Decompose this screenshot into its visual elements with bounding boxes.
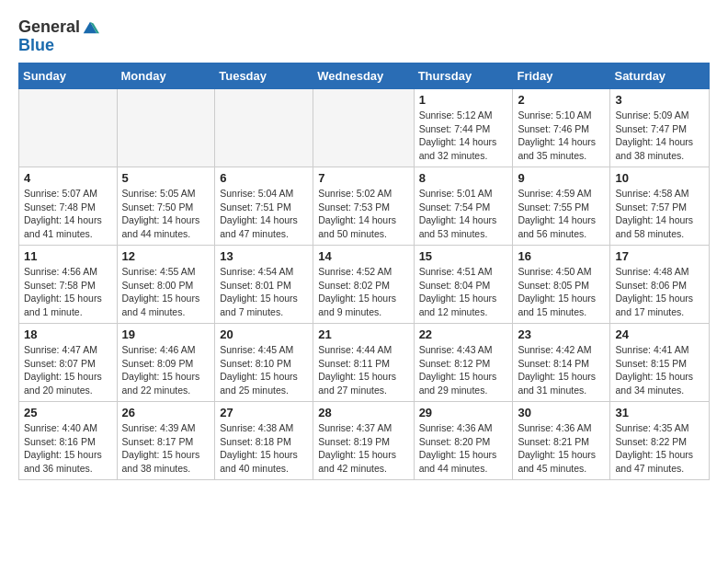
day-cell: 15Sunrise: 4:51 AM Sunset: 8:04 PM Dayli… xyxy=(414,246,513,324)
day-cell: 21Sunrise: 4:44 AM Sunset: 8:11 PM Dayli… xyxy=(313,324,414,402)
day-info: Sunrise: 4:37 AM Sunset: 8:19 PM Dayligh… xyxy=(318,421,408,476)
day-number: 12 xyxy=(122,249,210,263)
day-number: 22 xyxy=(419,327,508,341)
col-header-thursday: Thursday xyxy=(414,63,513,89)
day-number: 11 xyxy=(24,249,112,263)
day-info: Sunrise: 4:38 AM Sunset: 8:18 PM Dayligh… xyxy=(220,421,308,476)
col-header-monday: Monday xyxy=(117,63,215,89)
day-cell: 27Sunrise: 4:38 AM Sunset: 8:18 PM Dayli… xyxy=(215,402,313,480)
day-info: Sunrise: 4:52 AM Sunset: 8:02 PM Dayligh… xyxy=(318,265,408,319)
day-info: Sunrise: 4:59 AM Sunset: 7:55 PM Dayligh… xyxy=(518,187,605,241)
day-info: Sunrise: 4:43 AM Sunset: 8:12 PM Dayligh… xyxy=(419,343,508,397)
day-cell: 13Sunrise: 4:54 AM Sunset: 8:01 PM Dayli… xyxy=(215,246,313,324)
logo-general: General xyxy=(18,17,80,36)
day-number: 8 xyxy=(419,171,508,185)
day-cell: 8Sunrise: 5:01 AM Sunset: 7:54 PM Daylig… xyxy=(414,167,513,246)
day-cell: 18Sunrise: 4:47 AM Sunset: 8:07 PM Dayli… xyxy=(19,324,118,402)
day-number: 1 xyxy=(419,93,508,107)
day-cell: 4Sunrise: 5:07 AM Sunset: 7:48 PM Daylig… xyxy=(19,167,118,246)
day-number: 7 xyxy=(318,171,408,185)
day-cell xyxy=(117,89,215,167)
day-info: Sunrise: 4:55 AM Sunset: 8:00 PM Dayligh… xyxy=(122,265,210,319)
day-info: Sunrise: 4:54 AM Sunset: 8:01 PM Dayligh… xyxy=(220,265,308,319)
col-header-friday: Friday xyxy=(513,63,610,89)
day-info: Sunrise: 4:39 AM Sunset: 8:17 PM Dayligh… xyxy=(122,421,210,476)
header: GeneralBlue xyxy=(18,18,710,55)
day-cell: 31Sunrise: 4:35 AM Sunset: 8:22 PM Dayli… xyxy=(610,402,710,480)
day-cell: 16Sunrise: 4:50 AM Sunset: 8:05 PM Dayli… xyxy=(513,246,610,324)
day-info: Sunrise: 4:46 AM Sunset: 8:09 PM Dayligh… xyxy=(122,343,210,397)
day-number: 26 xyxy=(122,406,210,419)
day-info: Sunrise: 5:12 AM Sunset: 7:44 PM Dayligh… xyxy=(419,109,508,163)
day-cell: 6Sunrise: 5:04 AM Sunset: 7:51 PM Daylig… xyxy=(215,167,313,246)
logo: GeneralBlue xyxy=(18,18,99,55)
day-cell: 29Sunrise: 4:36 AM Sunset: 8:20 PM Dayli… xyxy=(414,402,513,480)
day-info: Sunrise: 4:44 AM Sunset: 8:11 PM Dayligh… xyxy=(318,343,408,397)
day-number: 3 xyxy=(615,93,704,107)
day-info: Sunrise: 5:07 AM Sunset: 7:48 PM Dayligh… xyxy=(24,187,112,241)
logo-triangle-icon xyxy=(81,18,99,37)
day-cell xyxy=(313,89,414,167)
day-number: 25 xyxy=(24,406,112,419)
day-info: Sunrise: 4:47 AM Sunset: 8:07 PM Dayligh… xyxy=(24,343,112,397)
day-number: 31 xyxy=(615,406,704,419)
day-number: 17 xyxy=(615,249,704,263)
day-number: 9 xyxy=(518,171,605,185)
day-cell: 1Sunrise: 5:12 AM Sunset: 7:44 PM Daylig… xyxy=(414,89,513,167)
day-number: 10 xyxy=(615,171,704,185)
day-number: 19 xyxy=(122,327,210,341)
col-header-tuesday: Tuesday xyxy=(215,63,313,89)
day-cell: 5Sunrise: 5:05 AM Sunset: 7:50 PM Daylig… xyxy=(117,167,215,246)
day-cell: 23Sunrise: 4:42 AM Sunset: 8:14 PM Dayli… xyxy=(513,324,610,402)
day-cell: 22Sunrise: 4:43 AM Sunset: 8:12 PM Dayli… xyxy=(414,324,513,402)
day-number: 2 xyxy=(518,93,605,107)
week-row-3: 11Sunrise: 4:56 AM Sunset: 7:58 PM Dayli… xyxy=(19,246,710,324)
day-info: Sunrise: 5:09 AM Sunset: 7:47 PM Dayligh… xyxy=(615,109,704,163)
day-info: Sunrise: 4:51 AM Sunset: 8:04 PM Dayligh… xyxy=(419,265,508,319)
week-row-4: 18Sunrise: 4:47 AM Sunset: 8:07 PM Dayli… xyxy=(19,324,710,402)
day-cell: 24Sunrise: 4:41 AM Sunset: 8:15 PM Dayli… xyxy=(610,324,710,402)
day-cell: 28Sunrise: 4:37 AM Sunset: 8:19 PM Dayli… xyxy=(313,402,414,480)
day-info: Sunrise: 4:36 AM Sunset: 8:21 PM Dayligh… xyxy=(518,421,605,476)
day-info: Sunrise: 4:42 AM Sunset: 8:14 PM Dayligh… xyxy=(518,343,605,397)
day-number: 16 xyxy=(518,249,605,263)
day-info: Sunrise: 4:48 AM Sunset: 8:06 PM Dayligh… xyxy=(615,265,704,319)
day-cell: 26Sunrise: 4:39 AM Sunset: 8:17 PM Dayli… xyxy=(117,402,215,480)
day-info: Sunrise: 4:41 AM Sunset: 8:15 PM Dayligh… xyxy=(615,343,704,397)
week-row-1: 1Sunrise: 5:12 AM Sunset: 7:44 PM Daylig… xyxy=(19,89,710,167)
day-cell: 10Sunrise: 4:58 AM Sunset: 7:57 PM Dayli… xyxy=(610,167,710,246)
day-cell: 14Sunrise: 4:52 AM Sunset: 8:02 PM Dayli… xyxy=(313,246,414,324)
day-info: Sunrise: 5:02 AM Sunset: 7:53 PM Dayligh… xyxy=(318,187,408,241)
day-info: Sunrise: 4:56 AM Sunset: 7:58 PM Dayligh… xyxy=(24,265,112,319)
header-row: SundayMondayTuesdayWednesdayThursdayFrid… xyxy=(19,63,710,89)
day-number: 30 xyxy=(518,406,605,419)
calendar-page: GeneralBlue SundayMondayTuesdayWednesday… xyxy=(0,0,728,489)
day-cell: 25Sunrise: 4:40 AM Sunset: 8:16 PM Dayli… xyxy=(19,402,118,480)
day-number: 14 xyxy=(318,249,408,263)
day-cell xyxy=(19,89,118,167)
day-info: Sunrise: 5:10 AM Sunset: 7:46 PM Dayligh… xyxy=(518,109,605,163)
day-number: 20 xyxy=(220,327,308,341)
day-info: Sunrise: 5:01 AM Sunset: 7:54 PM Dayligh… xyxy=(419,187,508,241)
day-number: 15 xyxy=(419,249,508,263)
day-number: 6 xyxy=(220,171,308,185)
day-number: 23 xyxy=(518,327,605,341)
day-info: Sunrise: 5:04 AM Sunset: 7:51 PM Dayligh… xyxy=(220,187,308,241)
day-cell: 12Sunrise: 4:55 AM Sunset: 8:00 PM Dayli… xyxy=(117,246,215,324)
calendar-table: SundayMondayTuesdayWednesdayThursdayFrid… xyxy=(18,63,710,480)
day-info: Sunrise: 5:05 AM Sunset: 7:50 PM Dayligh… xyxy=(122,187,210,241)
col-header-saturday: Saturday xyxy=(610,63,710,89)
day-cell: 9Sunrise: 4:59 AM Sunset: 7:55 PM Daylig… xyxy=(513,167,610,246)
day-info: Sunrise: 4:40 AM Sunset: 8:16 PM Dayligh… xyxy=(24,421,112,476)
day-number: 18 xyxy=(24,327,112,341)
day-cell: 20Sunrise: 4:45 AM Sunset: 8:10 PM Dayli… xyxy=(215,324,313,402)
day-cell: 11Sunrise: 4:56 AM Sunset: 7:58 PM Dayli… xyxy=(19,246,118,324)
logo-blue: Blue xyxy=(18,36,54,54)
day-info: Sunrise: 4:50 AM Sunset: 8:05 PM Dayligh… xyxy=(518,265,605,319)
day-info: Sunrise: 4:36 AM Sunset: 8:20 PM Dayligh… xyxy=(419,421,508,476)
day-cell: 17Sunrise: 4:48 AM Sunset: 8:06 PM Dayli… xyxy=(610,246,710,324)
day-cell: 7Sunrise: 5:02 AM Sunset: 7:53 PM Daylig… xyxy=(313,167,414,246)
day-number: 4 xyxy=(24,171,112,185)
day-number: 28 xyxy=(318,406,408,419)
col-header-wednesday: Wednesday xyxy=(313,63,414,89)
